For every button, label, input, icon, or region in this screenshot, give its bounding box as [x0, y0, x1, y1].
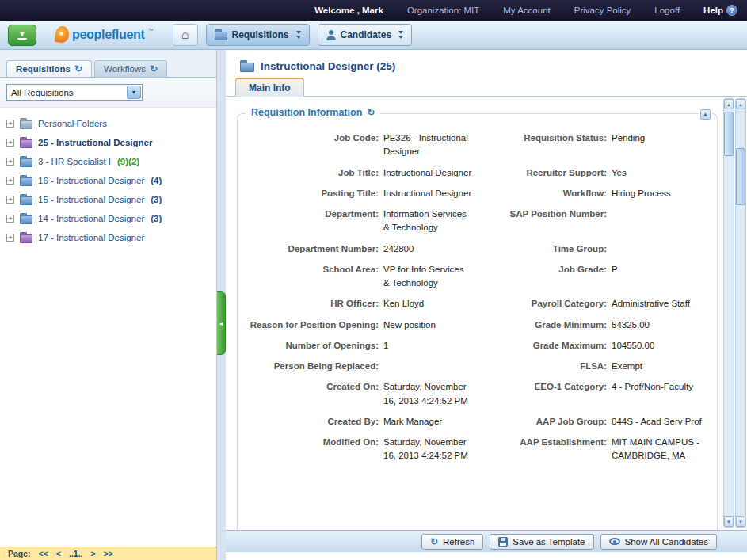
brand-name: peoplefluent	[72, 26, 145, 44]
field-value: Information Services & Technology	[383, 208, 472, 235]
content-area: Requisition Information ↻ ▲ Job Code: PE…	[226, 97, 722, 530]
first-page-link[interactable]: <<	[39, 549, 48, 558]
nav-tab-label: Candidates	[341, 29, 392, 40]
field-label: School Area:	[241, 263, 379, 276]
expand-icon[interactable]: +	[6, 215, 14, 223]
tree-item-label: 17 - Instructional Designer	[38, 233, 144, 242]
tree-item-personal-folders[interactable]: + Personal Folders	[3, 114, 213, 133]
collapse-sidebar-handle[interactable]: ◄	[217, 291, 226, 355]
field-value: MIT MAIN CAMPUS - CAMBRIDGE, MA	[612, 436, 703, 463]
logoff-link[interactable]: Logoff	[654, 6, 680, 15]
sidebar-tabs: Requisitions ↻ Workflows ↻	[0, 50, 216, 77]
refresh-icon: ↻	[430, 538, 438, 546]
content-region: Requisition Information ↻ ▲ Job Code: PE…	[226, 97, 747, 530]
download-tray-button[interactable]: ▼	[8, 25, 36, 46]
field-row: Job Title: Instructional Designer Recrui…	[241, 166, 711, 180]
scroll-up-icon[interactable]: ▲	[724, 99, 734, 109]
flame-logo-icon	[55, 25, 71, 44]
tree-item-req-15[interactable]: + 15 - Instructional Designer (3)	[3, 190, 213, 209]
action-bar: ↻ Refresh Save as Template Show All Cand…	[226, 530, 747, 552]
help-icon[interactable]: ?	[726, 5, 737, 16]
last-page-link[interactable]: >>	[104, 549, 113, 558]
tree-item-req-3[interactable]: + 3 - HR Specialist I (9)(2)	[3, 152, 213, 171]
field-value: Ken Lloyd	[383, 297, 472, 310]
content-scrollbar[interactable]: ▲ ▼	[723, 98, 734, 528]
field-row: Department Number: 242800 Time Group:	[241, 242, 711, 256]
help-link[interactable]: Help ?	[703, 5, 737, 16]
peoplefluent-logo: peoplefluent ™	[55, 26, 154, 44]
scroll-up-icon[interactable]: ▲	[736, 99, 745, 109]
refresh-button[interactable]: ↻ Refresh	[421, 534, 483, 550]
scrollbar-thumb[interactable]	[724, 112, 734, 156]
refresh-icon[interactable]: ↻	[150, 65, 158, 73]
tree-item-req-16[interactable]: + 16 - Instructional Designer (4)	[3, 171, 213, 190]
refresh-icon[interactable]: ↻	[74, 65, 82, 73]
tree-item-req-17[interactable]: + 17 - Instructional Designer	[3, 228, 213, 247]
refresh-icon[interactable]: ↻	[367, 109, 375, 116]
pagination-bar: Page: << < ..1.. > >>	[0, 547, 216, 560]
sidebar-panel: All Requisitions ▼ + Personal Folders + …	[0, 77, 216, 560]
main-title-row: Instructional Designer (25)	[226, 50, 747, 76]
home-button[interactable]: ⌂	[173, 24, 198, 46]
requisition-information-section: Requisition Information ↻ ▲ Job Code: PE…	[237, 113, 718, 530]
eye-icon	[609, 538, 620, 545]
folder-icon	[20, 196, 32, 205]
sidebar-tab-workflows[interactable]: Workflows ↻	[94, 60, 167, 77]
organization-text: Organization: MIT	[407, 6, 479, 15]
tab-main-info[interactable]: Main Info	[235, 78, 304, 97]
scrollbar-thumb[interactable]	[736, 148, 745, 205]
expand-icon[interactable]: +	[6, 196, 14, 204]
field-row: Posting Title: Instructional Designer Wo…	[241, 187, 711, 200]
next-page-link[interactable]: >	[91, 549, 96, 558]
expand-icon[interactable]: +	[6, 120, 14, 128]
field-label: FLSA:	[486, 360, 607, 373]
expand-icon[interactable]: +	[6, 177, 14, 185]
help-label: Help	[703, 6, 723, 15]
field-label: Grade Maximum:	[486, 339, 607, 352]
field-value: 104550.00	[612, 339, 703, 352]
expand-icon[interactable]: +	[6, 139, 14, 147]
field-label: Job Grade:	[486, 263, 607, 276]
requisition-folder-icon	[240, 63, 254, 72]
expand-icon[interactable]: +	[6, 158, 14, 166]
bottom-strip	[226, 552, 747, 560]
tree-item-req-14[interactable]: + 14 - Instructional Designer (3)	[3, 209, 213, 228]
scroll-down-icon[interactable]: ▼	[724, 516, 734, 527]
nav-tab-requisitions[interactable]: Requisitions	[206, 24, 310, 46]
my-account-link[interactable]: My Account	[503, 6, 550, 15]
tree-item-req-25[interactable]: + 25 - Instructional Designer	[3, 133, 213, 152]
sidebar: Requisitions ↻ Workflows ↻ All Requisiti…	[0, 50, 217, 560]
field-row: Created On: Saturday, November 16, 2013 …	[241, 380, 711, 408]
requisition-tree: + Personal Folders + 25 - Instructional …	[0, 108, 216, 253]
privacy-policy-link[interactable]: Privacy Policy	[574, 6, 631, 15]
sidebar-tab-label: Requisitions	[16, 64, 71, 74]
requisition-filter-select[interactable]: All Requisitions ▼	[6, 84, 143, 101]
field-label: Workflow:	[486, 187, 607, 200]
nav-tab-candidates[interactable]: Candidates	[318, 24, 413, 46]
home-icon: ⌂	[181, 28, 189, 42]
section-collapse-icon[interactable]: ▲	[700, 109, 711, 120]
current-page[interactable]: ..1..	[69, 549, 83, 558]
main-panel: Instructional Designer (25) Main Info Re…	[226, 50, 747, 560]
scroll-down-icon[interactable]: ▼	[736, 516, 745, 527]
tree-item-label: 16 - Instructional Designer	[38, 176, 144, 185]
nav-tab-label: Requisitions	[232, 29, 289, 40]
field-label: Created On:	[241, 380, 379, 394]
field-label: Payroll Category:	[486, 297, 607, 310]
save-as-template-button[interactable]: Save as Template	[490, 534, 593, 550]
section-title: Requisition Information	[251, 107, 362, 118]
page-scrollbar[interactable]: ▲ ▼	[735, 98, 746, 528]
select-dropdown-icon[interactable]: ▼	[127, 86, 141, 99]
prev-page-link[interactable]: <	[56, 549, 61, 558]
refresh-button-label: Refresh	[443, 537, 474, 547]
page-label: Page:	[8, 549, 31, 558]
field-value: Instructional Designer	[383, 187, 472, 200]
tree-item-label: 3 - HR Specialist I	[38, 157, 111, 166]
expand-icon[interactable]: +	[6, 234, 14, 242]
sidebar-tab-requisitions[interactable]: Requisitions ↻	[6, 60, 92, 77]
field-label: Grade Minimum:	[486, 318, 607, 332]
field-value: Exempt	[612, 360, 703, 373]
show-all-candidates-button[interactable]: Show All Candidates	[600, 534, 717, 550]
app-bar: ▼ peoplefluent ™ ⌂ Requisitions Candidat…	[0, 21, 747, 50]
field-value: 044S - Acad Serv Prof	[612, 415, 703, 429]
